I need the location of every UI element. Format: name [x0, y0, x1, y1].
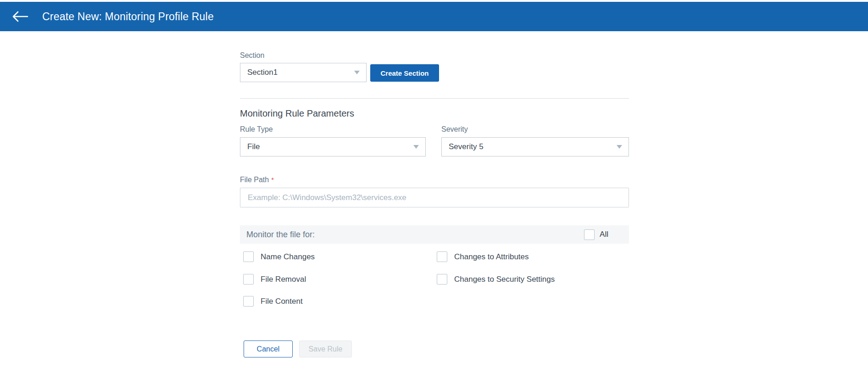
- checkbox-file-removal-label: File Removal: [261, 275, 306, 284]
- page-title: Create New: Monitoring Profile Rule: [42, 11, 214, 23]
- header-bar: Create New: Monitoring Profile Rule: [0, 2, 868, 31]
- file-path-label-text: File Path: [240, 176, 269, 184]
- checkbox-name-changes[interactable]: [243, 251, 254, 262]
- option-row: Changes to Attributes: [437, 251, 529, 262]
- file-path-input[interactable]: [240, 188, 629, 207]
- required-asterisk: *: [271, 176, 274, 184]
- option-row: Changes to Security Settings: [437, 274, 555, 285]
- checkbox-name-changes-label: Name Changes: [261, 252, 315, 262]
- monitor-bar-heading: Monitor the file for:: [246, 230, 315, 240]
- severity-dropdown-value: Severity 5: [449, 142, 484, 151]
- section-dropdown-value: Section1: [247, 68, 278, 77]
- cancel-button[interactable]: Cancel: [244, 340, 293, 357]
- back-button[interactable]: [11, 10, 29, 23]
- section-divider: [240, 98, 629, 99]
- all-checkbox-group: All: [584, 229, 608, 240]
- rule-type-label: Rule Type: [240, 125, 273, 134]
- checkbox-file-content-label: File Content: [261, 297, 303, 306]
- option-row: Name Changes: [243, 251, 315, 262]
- arrow-left-icon: [12, 11, 28, 22]
- checkbox-changes-to-security-settings-label: Changes to Security Settings: [454, 275, 555, 284]
- checkbox-all[interactable]: [584, 229, 595, 240]
- create-section-button[interactable]: Create Section: [370, 64, 439, 82]
- checkbox-file-removal[interactable]: [243, 274, 254, 285]
- monitor-options-bar: Monitor the file for: All: [240, 225, 629, 244]
- chevron-down-icon: [354, 71, 360, 74]
- severity-dropdown[interactable]: Severity 5: [441, 137, 629, 156]
- rule-type-dropdown-value: File: [247, 142, 260, 151]
- parameters-heading: Monitoring Rule Parameters: [240, 108, 354, 119]
- checkbox-changes-to-attributes-label: Changes to Attributes: [454, 252, 529, 262]
- save-rule-button[interactable]: Save Rule: [299, 340, 352, 357]
- checkbox-file-content[interactable]: [243, 296, 254, 307]
- file-path-label: File Path*: [240, 176, 274, 184]
- checkbox-changes-to-attributes[interactable]: [437, 251, 447, 262]
- chevron-down-icon: [413, 145, 419, 149]
- option-row: File Removal: [243, 274, 306, 285]
- severity-label: Severity: [441, 125, 468, 134]
- chevron-down-icon: [617, 145, 622, 149]
- all-checkbox-label: All: [600, 230, 608, 239]
- section-dropdown[interactable]: Section1: [240, 63, 367, 82]
- option-row: File Content: [243, 296, 303, 307]
- rule-type-dropdown[interactable]: File: [240, 137, 426, 156]
- create-monitoring-profile-rule-page: Create New: Monitoring Profile Rule Sect…: [0, 0, 868, 385]
- checkbox-changes-to-security-settings[interactable]: [437, 274, 447, 285]
- section-label: Section: [240, 51, 264, 60]
